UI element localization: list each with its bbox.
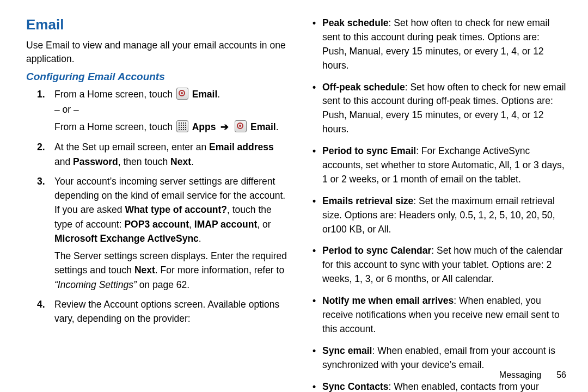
option-item: Sync email: When enabled, email from you…	[322, 344, 566, 372]
step-3-server: The Server settings screen displays. Ent…	[54, 249, 289, 292]
text: . For more information, refer to	[155, 265, 284, 275]
option-item: Emails retrieval size: Set the maximum e…	[322, 194, 566, 237]
text: ,	[189, 219, 194, 230]
text-bold: Password	[73, 156, 118, 167]
email-label: Email	[250, 121, 276, 132]
option-title: Notify me when email arrives	[322, 295, 454, 306]
option-title: Emails retrieval size	[322, 195, 413, 206]
text: and	[54, 156, 73, 167]
option-item: Peak schedule: Set how often to check fo…	[322, 16, 566, 73]
option-title: Peak schedule	[322, 17, 389, 28]
page-footer: Messaging56	[499, 370, 566, 380]
option-item: Sync Contacts: When enabled, contacts fr…	[322, 380, 566, 392]
email-label: Email	[192, 89, 218, 100]
arrow-icon: ➔	[220, 120, 229, 134]
text-bold: IMAP account	[194, 219, 257, 230]
or-line: – or –	[54, 102, 289, 117]
apps-label: Apps	[192, 121, 216, 132]
text: , then touch	[118, 156, 170, 167]
email-icon	[176, 88, 188, 100]
step-1-line1: From a Home screen, touch Email.	[54, 89, 220, 100]
text-italic: “Incoming Settings”	[54, 279, 137, 290]
option-item: Period to sync Email: For Exchange Activ…	[322, 144, 566, 187]
email-icon	[235, 120, 247, 132]
text-bold: Next	[170, 156, 191, 167]
text: At the Set up email screen, enter an	[54, 142, 209, 152]
option-item: Period to sync Calendar: Set how much of…	[322, 244, 566, 286]
section-title: Email	[26, 16, 289, 33]
option-title: Sync email	[322, 345, 372, 356]
footer-page: 56	[556, 370, 566, 379]
text-bold: Email address	[209, 142, 274, 152]
text: on page 62.	[137, 279, 189, 290]
footer-section: Messaging	[499, 370, 541, 379]
step-1-alt: From a Home screen, touch Apps ➔ Email.	[54, 120, 289, 134]
subheading: Configuring Email Accounts	[26, 71, 289, 83]
apps-icon	[176, 120, 188, 132]
step-4: Review the Account options screen. Avail…	[52, 297, 289, 326]
option-title: Period to sync Email	[322, 145, 416, 156]
text-bold: What type of account?	[125, 204, 227, 215]
text-bold: Microsoft Exchange ActiveSync	[54, 233, 199, 244]
text-bold: POP3 account	[124, 219, 189, 230]
text: , or	[257, 219, 271, 230]
text: From a Home screen, touch	[54, 89, 175, 100]
step-2: At the Set up email screen, enter an Ema…	[52, 140, 289, 169]
option-title: Period to sync Calendar	[322, 245, 431, 256]
intro-text: Use Email to view and manage all your em…	[26, 39, 289, 66]
option-title: Off-peak schedule	[322, 82, 405, 93]
text-bold: Next	[134, 265, 155, 275]
text: From a Home screen, touch	[54, 121, 175, 132]
option-item: Off-peak schedule: Set how often to chec…	[322, 81, 566, 137]
text: .	[191, 156, 194, 167]
option-item: Notify me when email arrives: When enabl…	[322, 294, 566, 336]
options-list: Peak schedule: Set how often to check fo…	[310, 16, 566, 392]
step-1: From a Home screen, touch Email. – or – …	[52, 87, 289, 135]
step-3: Your account’s incoming server settings …	[52, 174, 289, 292]
option-title: Sync Contacts	[322, 381, 389, 392]
text: .	[199, 233, 201, 244]
